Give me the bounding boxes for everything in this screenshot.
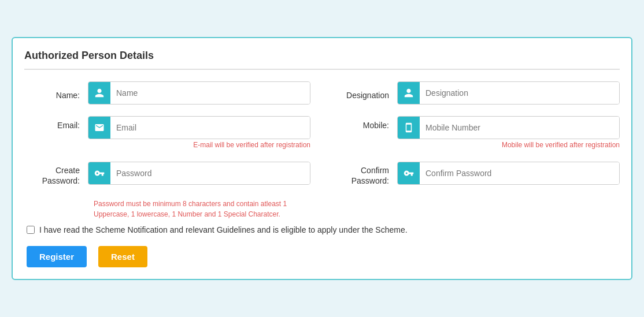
confirm-password-icon [398,162,420,184]
create-password-input-wrapper [88,162,310,185]
email-icon [88,117,110,139]
designation-label: Designation [334,86,397,100]
mobile-input-wrapper [397,116,620,139]
name-input[interactable] [110,82,310,104]
email-label: Email: [24,116,88,130]
person-icon [88,82,110,104]
name-input-wrapper [88,81,310,105]
terms-label: I have read the Scheme Notification and … [39,225,408,234]
email-input-wrapper [88,116,310,139]
register-button[interactable]: Register [27,246,87,267]
designation-input-wrapper [397,81,620,105]
confirm-password-input-wrapper [397,162,620,185]
mobile-icon [398,117,420,139]
password-hint: Password must be minimum 8 characters an… [24,199,310,219]
create-password-label: Create Password: [24,161,88,186]
mobile-input[interactable] [420,117,619,139]
section-title: Authorized Person Details [24,50,620,70]
create-password-input[interactable] [110,162,310,184]
button-row: Register Reset [24,246,620,267]
mobile-hint: Mobile will be verified after registrati… [397,141,620,149]
name-label: Name: [24,86,88,100]
terms-checkbox[interactable] [27,226,35,234]
password-icon [88,162,110,184]
email-hint: E-mail will be verified after registrati… [88,141,310,149]
designation-icon [398,82,420,104]
designation-input[interactable] [420,82,619,104]
email-input[interactable] [110,117,310,139]
reset-button[interactable]: Reset [98,246,147,267]
form-container: Authorized Person Details Name: Designat… [12,37,632,280]
mobile-label: Mobile: [334,116,397,130]
confirm-password-label: Confirm Password: [334,161,397,186]
terms-checkbox-row: I have read the Scheme Notification and … [24,225,620,234]
confirm-password-input[interactable] [420,162,619,184]
